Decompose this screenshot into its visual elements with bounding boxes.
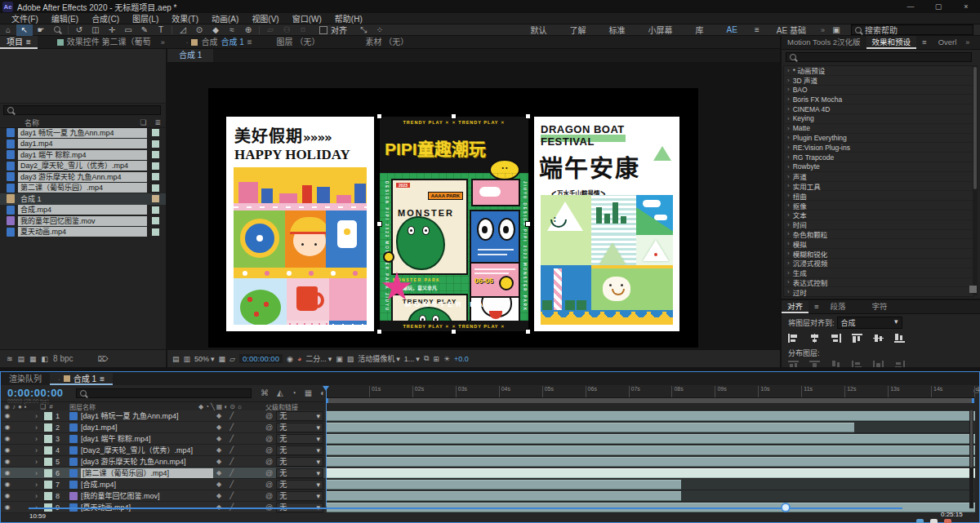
tab-project[interactable]: 项目 ≡ <box>0 36 38 49</box>
effects-scrollbar[interactable] <box>973 65 978 295</box>
tab-overlord[interactable]: Overl <box>933 36 963 49</box>
selection-handle[interactable] <box>377 330 381 334</box>
expand-icon[interactable]: ⤡ <box>355 24 372 36</box>
zoom-tool-icon[interactable] <box>49 24 65 36</box>
disclosure-caret-icon[interactable]: › <box>787 95 790 103</box>
layer-expander[interactable]: › <box>35 492 44 500</box>
tab-effect-controls[interactable]: 效果控件 第二课（葡萄 <box>51 36 158 49</box>
effects-category[interactable]: ›杂色和颗粒 <box>784 230 973 240</box>
scrollbar-thumb[interactable] <box>973 67 977 189</box>
timeline-layer-row[interactable]: ◉›7[合成.mp4]◆╱@无▾ <box>1 479 326 490</box>
bit-depth-label[interactable]: 8 bpc <box>53 354 73 363</box>
clone-stamp-tool-icon[interactable]: ⊙ <box>191 24 207 36</box>
fast-preview-icon[interactable]: ⊞ <box>433 355 439 363</box>
project-item[interactable]: day1.mp4 <box>0 139 166 150</box>
effects-category[interactable]: ›Rowbyte <box>784 162 973 172</box>
disclosure-caret-icon[interactable]: › <box>787 144 790 151</box>
layer-expander[interactable]: › <box>35 446 44 454</box>
disclosure-caret-icon[interactable]: › <box>787 269 790 277</box>
timeline-search-input[interactable] <box>76 388 252 398</box>
magnification-select[interactable]: 50%▾ <box>194 355 215 363</box>
color-depth-icon[interactable]: ◧ <box>42 355 49 363</box>
selection-tool-icon[interactable]: ↖ <box>16 24 33 36</box>
effects-category[interactable]: ›Plugin Everything <box>784 134 973 144</box>
effects-category[interactable]: ›Keying <box>784 114 973 124</box>
poster-pipi-trendy-play[interactable]: TRENDY PLAY ✕ ✕ TRENDY PLAY ✕ PIPI童趣潮玩 •… <box>380 117 528 331</box>
layer-label-chip[interactable] <box>44 423 52 432</box>
layer-expander[interactable]: › <box>35 469 44 477</box>
workspace-item-1[interactable]: 了解 <box>559 24 598 36</box>
effects-category[interactable]: ›BAO <box>784 86 973 95</box>
workspace-ae-basic[interactable]: AE 基础 <box>765 24 817 36</box>
player-progress-bar[interactable] <box>29 507 902 509</box>
layer-track-row[interactable] <box>326 445 974 456</box>
effects-category[interactable]: ›时间 <box>784 220 973 230</box>
align-top-icon[interactable] <box>852 334 862 343</box>
viewer-tab-comp1[interactable]: 合成 1 <box>167 49 213 62</box>
trash-icon[interactable]: ⌦ <box>98 355 109 363</box>
parent-select[interactable]: 无▾ <box>276 434 323 444</box>
disclosure-caret-icon[interactable]: › <box>787 86 790 93</box>
layer-visibility-toggle[interactable]: ◉ <box>1 458 14 465</box>
layer-track-row[interactable] <box>326 468 974 479</box>
effects-category[interactable]: ›Matte <box>784 124 973 134</box>
effects-category[interactable]: ›沉浸式视频 <box>784 259 973 268</box>
snapshot-icon[interactable]: ◉ <box>287 355 293 363</box>
disclosure-caret-icon[interactable]: › <box>787 221 790 228</box>
disclosure-caret-icon[interactable]: › <box>787 202 790 209</box>
layer-visibility-toggle[interactable]: ◉ <box>1 446 14 454</box>
parent-select[interactable]: 无▾ <box>276 491 323 501</box>
effects-category[interactable]: ›文本 <box>784 211 973 220</box>
selection-handle[interactable] <box>452 114 456 118</box>
layer-expander[interactable]: › <box>35 435 44 443</box>
layer-duration-bar[interactable] <box>327 491 681 501</box>
switches-columns-icons[interactable]: ◆◔╲▦◐⊙☼ <box>198 403 265 410</box>
effects-category[interactable]: ›* 动画预设 <box>784 66 973 76</box>
adjust-exposure-icon[interactable]: ☀ <box>443 355 450 363</box>
layer-label-chip[interactable] <box>44 481 52 489</box>
player-controls-icons[interactable] <box>916 519 951 523</box>
align-h-center-icon[interactable] <box>809 334 820 343</box>
layer-expander[interactable]: › <box>35 423 44 432</box>
effects-category[interactable]: ›表达式控制 <box>784 278 973 288</box>
disclosure-caret-icon[interactable]: › <box>787 125 790 132</box>
label-chip[interactable] <box>152 140 159 148</box>
layer-duration-bar[interactable] <box>327 480 681 490</box>
align-right-icon[interactable] <box>831 334 841 343</box>
label-chip[interactable] <box>152 228 159 236</box>
draft-3d-icon[interactable]: ◭ <box>277 388 283 397</box>
workspace-item-3[interactable]: 小屏幕 <box>637 24 684 36</box>
tab-layer[interactable]: 图层 （无） <box>270 36 327 49</box>
pixel-aspect-icon[interactable]: ▥ <box>184 355 191 363</box>
frame-blending-icon[interactable]: ▦ <box>305 388 312 397</box>
layer-track-row[interactable] <box>326 456 974 468</box>
tabs-overflow-chevron[interactable]: » <box>158 38 168 47</box>
timeline-vertical-scrollbar[interactable] <box>969 410 973 508</box>
new-composition-icon[interactable]: ▦ <box>29 355 37 363</box>
parent-select[interactable]: 无▾ <box>276 423 323 432</box>
effects-category[interactable]: ›过时 <box>784 287 973 297</box>
project-item[interactable]: 合成 1 <box>0 193 166 205</box>
menu-item-4[interactable]: 效果(T) <box>165 12 205 24</box>
label-chip[interactable] <box>152 129 159 136</box>
layer-switches[interactable]: ◆╱ <box>213 446 265 454</box>
menu-item-7[interactable]: 窗口(W) <box>286 12 328 24</box>
layer-visibility-toggle[interactable]: ◉ <box>1 481 14 488</box>
disclosure-caret-icon[interactable]: › <box>787 230 790 237</box>
home-tool-icon[interactable]: ⌂ <box>0 24 16 36</box>
layer-label-chip[interactable] <box>44 446 52 454</box>
timeline-layer-row[interactable]: ◉›8[我的童年回忆图鉴.mov]◆╱@无▾ <box>1 490 326 502</box>
project-item[interactable]: 我的童年回忆图鉴.mov <box>0 215 166 227</box>
viewer-timecode[interactable]: 0:00:00:00 <box>239 354 283 363</box>
label-chip[interactable] <box>152 206 159 214</box>
timeline-layer-row[interactable]: ◉›3[day1 端午 粽粽.mp4]◆╱@无▾ <box>1 433 326 445</box>
pickwhip-icon[interactable]: @ <box>265 469 273 477</box>
layer-switches[interactable]: ◆╱ <box>213 492 265 499</box>
label-chip[interactable] <box>152 217 159 224</box>
pickwhip-icon[interactable]: @ <box>265 446 273 454</box>
effects-category[interactable]: ›抠像 <box>784 201 973 211</box>
project-item[interactable]: day1 畅玩一夏 九鱼Ann.mp4 <box>0 127 166 139</box>
timeline-layer-row[interactable]: ◉›1[day1 畅玩一夏 九鱼Ann.mp4]◆╱@无▾ <box>1 410 326 422</box>
player-icon[interactable] <box>916 519 924 523</box>
interpret-footage-icon[interactable]: ≋ <box>7 355 13 363</box>
